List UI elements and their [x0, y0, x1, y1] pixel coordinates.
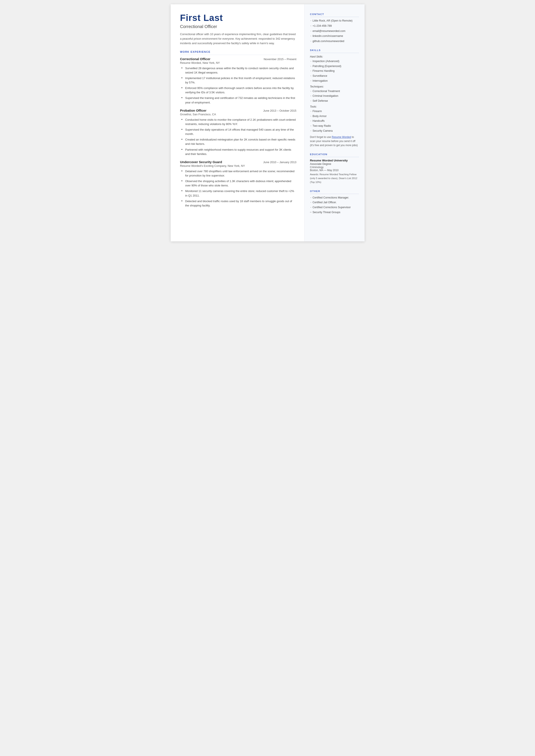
list-item: Firearm — [310, 109, 359, 113]
list-item: Implemented 17 institutional policies in… — [181, 76, 296, 85]
list-item: Certified Corrections Supervisor — [310, 205, 359, 210]
job-header-3: Undercover Security Guard June 2010 – Ja… — [180, 160, 296, 164]
list-item: Little Rock, AR (Open to Remote) — [310, 19, 359, 23]
list-item: Body Armor — [310, 114, 359, 118]
list-item: Security Threat Groups — [310, 210, 359, 214]
list-item: Partnered with neighborhood members to s… — [181, 148, 296, 156]
list-item: Patrolling (Experienced) — [310, 64, 359, 68]
job-bullets-2: Conducted home visits to monitor the com… — [180, 118, 296, 156]
education-section: EDUCATION Resume Worded University Assoc… — [310, 153, 359, 184]
resume-worded-link[interactable]: Resume Worded — [332, 136, 351, 139]
edu-entry: Resume Worded University Associate Degre… — [310, 159, 359, 184]
list-item: Enforced 95% compliance with thorough se… — [181, 86, 296, 95]
work-experience-label: WORK EXPERIENCE — [180, 50, 296, 55]
list-item: Created an individualized reintegration … — [181, 137, 296, 146]
list-item: Certified Jail Officer. — [310, 200, 359, 205]
list-item: Monitored 11 security cameras covering t… — [181, 189, 296, 198]
contact-list: Little Rock, AR (Open to Remote) +1-234-… — [310, 19, 359, 43]
job-title-3: Undercover Security Guard — [180, 160, 222, 164]
list-item: +1-234-456-789 — [310, 24, 359, 28]
hard-skills-list: Inspection (Advanced) Patrolling (Experi… — [310, 59, 359, 83]
skills-label: SKILLS — [310, 49, 359, 53]
edu-field: Criminology — [310, 166, 359, 169]
edu-degree: Associate Degree — [310, 162, 359, 165]
job-title-2: Probation Officer — [180, 109, 207, 112]
list-item: Firearms Handling — [310, 69, 359, 73]
list-item: Supervised the training and certificatio… — [181, 96, 296, 104]
list-item: Observed the shopping activities of 1.3K… — [181, 179, 296, 188]
contact-section: CONTACT Little Rock, AR (Open to Remote)… — [310, 13, 359, 43]
list-item: Detected and blocked traffic routes used… — [181, 199, 296, 208]
list-item: Surveillance — [310, 74, 359, 78]
skills-note-before: Don't forget to use — [310, 136, 332, 139]
list-item: Criminal Investigation — [310, 94, 359, 98]
job-company-1: Resume Worded, New York, NY — [180, 61, 296, 65]
job-title-1: Correctional Officer — [180, 57, 211, 61]
contact-label: CONTACT — [310, 13, 359, 17]
job-entry-2: Probation Officer June 2013 – October 20… — [180, 109, 296, 156]
job-header-1: Correctional Officer November 2015 – Pre… — [180, 57, 296, 61]
job-dates-3: June 2010 – January 2013 — [263, 160, 296, 164]
job-dates-1: November 2015 – Present — [264, 58, 296, 61]
list-item: Two-way Radio — [310, 124, 359, 128]
tools-list: Firearm Body Armor Handcuffs Two-way Rad… — [310, 109, 359, 133]
job-dates-2: June 2013 – October 2015 — [263, 109, 296, 112]
job-bullets-1: Surveilled 28 dangerous areas within the… — [180, 66, 296, 105]
job-bullets-3: Detained over 780 shoplifters until law … — [180, 169, 296, 208]
edu-location-date: Boston, MA — May 2010 — [310, 169, 359, 172]
job-entry-3: Undercover Security Guard June 2010 – Ja… — [180, 160, 296, 208]
techniques-label: Techniques: — [310, 85, 359, 88]
list-item: Supervised the daily operations of 14 of… — [181, 127, 296, 136]
hard-skills-label: Hard Skills: — [310, 55, 359, 58]
list-item: Conducted home visits to monitor the com… — [181, 118, 296, 126]
list-item: Certified Corrections Manager. — [310, 196, 359, 200]
list-item: Surveilled 28 dangerous areas within the… — [181, 66, 296, 75]
other-section: OTHER Certified Corrections Manager. Cer… — [310, 190, 359, 214]
work-experience-section: WORK EXPERIENCE Correctional Officer Nov… — [180, 50, 296, 208]
left-column: First Last Correctional Officer Correcti… — [171, 4, 304, 241]
education-label: EDUCATION — [310, 153, 359, 157]
resume-page: First Last Correctional Officer Correcti… — [171, 4, 365, 241]
list-item: Inspection (Advanced) — [310, 59, 359, 63]
other-label: OTHER — [310, 190, 359, 194]
list-item: Handcuffs — [310, 119, 359, 123]
list-item: Interrogation — [310, 79, 359, 83]
other-list: Certified Corrections Manager. Certified… — [310, 196, 359, 214]
techniques-list: Correctional Treatment Criminal Investig… — [310, 89, 359, 103]
job-entry-1: Correctional Officer November 2015 – Pre… — [180, 57, 296, 105]
list-item: github.com/resumeworded — [310, 39, 359, 43]
list-item: Detained over 780 shoplifters until law … — [181, 169, 296, 178]
edu-awards: Awards: Resume Worded Teaching Fellow (o… — [310, 173, 359, 184]
list-item: Self Defense — [310, 99, 359, 103]
candidate-summary: Correctional officer with 10 years of ex… — [180, 32, 296, 45]
list-item: Security Camera — [310, 129, 359, 133]
skills-section: SKILLS Hard Skills: Inspection (Advanced… — [310, 49, 359, 147]
job-header-2: Probation Officer June 2013 – October 20… — [180, 109, 296, 112]
edu-school: Resume Worded University — [310, 159, 359, 162]
list-item: Correctional Treatment — [310, 89, 359, 93]
tools-label: Tools: — [310, 105, 359, 108]
job-company-2: Growthsi, San Francisco, CA — [180, 113, 296, 116]
candidate-title: Correctional Officer — [180, 24, 296, 29]
list-item: email@resumeworded.com — [310, 29, 359, 33]
right-column: CONTACT Little Rock, AR (Open to Remote)… — [304, 4, 365, 241]
skills-note: Don't forget to use Resume Worded to sca… — [310, 135, 359, 148]
candidate-name: First Last — [180, 13, 296, 23]
list-item: linkedin.com/in/username — [310, 34, 359, 38]
job-company-3: Resume Worded's Exciting Company, New Yo… — [180, 164, 296, 167]
